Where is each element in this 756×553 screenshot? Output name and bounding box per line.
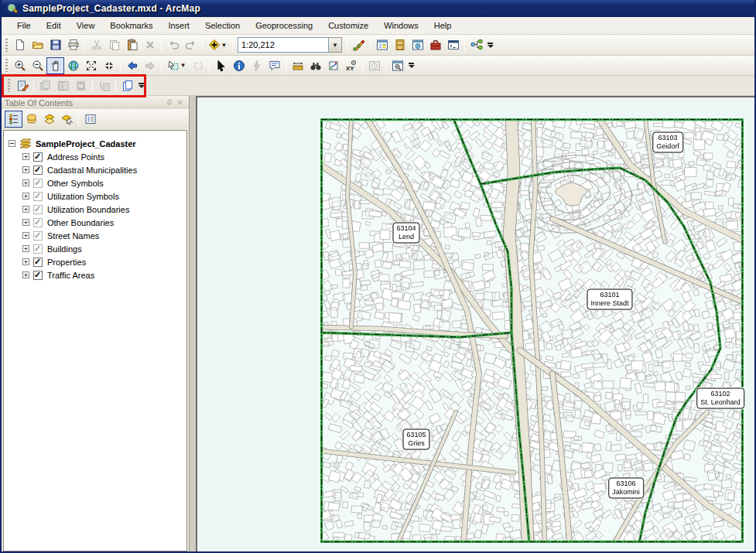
toolbar-grip[interactable] [8,79,10,92]
full-extent-button[interactable] [64,57,82,74]
field-page-text-button[interactable] [95,77,113,94]
toc-layer-item[interactable]: Cadastral Municipalities [4,163,186,176]
expand-expander[interactable] [22,153,29,160]
menu-view[interactable]: View [69,19,103,32]
table-of-contents-window-button[interactable] [373,36,391,53]
toc-header[interactable]: Table Of Contents ✕ [2,96,189,109]
find-button[interactable] [306,57,324,74]
toc-layer-item[interactable]: Other Symbols [4,176,186,189]
fixed-zoom-out-button[interactable] [100,57,118,74]
hyperlink-button[interactable] [248,57,265,74]
catalog-window-button[interactable] [391,36,409,53]
toc-root-item[interactable]: SampleProject_Cadaster [4,137,186,150]
go-forward-extent-button[interactable] [141,57,159,74]
layer-visibility-checkbox[interactable] [33,152,43,162]
menu-file[interactable]: File [9,19,39,32]
redo-button[interactable] [182,36,200,53]
toc-layer-item[interactable]: Utilization Boundaries [4,203,186,216]
toc-layer-item[interactable]: Other Boundaries [4,216,186,229]
toolbar-grip[interactable] [5,39,8,52]
menu-customize[interactable]: Customize [320,19,376,32]
list-by-visibility-button[interactable] [40,111,58,128]
model-builder-button[interactable] [467,36,485,53]
map-scale-dropdown-button[interactable]: ▼ [329,37,342,53]
toolbar-options-button[interactable] [137,78,145,94]
open-button[interactable] [29,36,46,53]
select-elements-button[interactable] [212,57,230,74]
save-button[interactable] [46,36,64,53]
delete-button[interactable] [141,36,159,53]
go-to-xy-button[interactable]: XY [342,57,360,74]
layer-visibility-checkbox[interactable] [33,179,43,188]
refresh-pages-button[interactable] [72,77,90,94]
zoom-out-button[interactable] [29,57,46,74]
time-slider-button[interactable] [365,57,383,74]
toolbar-options-button[interactable] [486,37,494,53]
menu-insert[interactable]: Insert [160,19,197,32]
toolbar-grip[interactable] [5,59,8,72]
pan-button[interactable] [46,57,64,74]
collapse-expander[interactable] [9,140,15,147]
paste-button[interactable] [123,36,141,53]
toc-layer-item[interactable]: Street Names [4,229,186,242]
arctoolbox-window-button[interactable] [426,36,444,53]
print-button[interactable] [64,36,82,53]
map-view[interactable]: 63103Geidorf63104Lend63101Innere Stadt63… [196,96,756,553]
measure-button[interactable] [289,57,306,74]
toc-layer-item[interactable]: Utilization Symbols [4,189,186,203]
list-by-selection-button[interactable] [58,111,76,128]
toc-layer-item[interactable]: Address Points [4,150,186,163]
layer-visibility-checkbox[interactable] [33,218,43,227]
undo-button[interactable] [164,36,182,53]
layer-visibility-checkbox[interactable] [33,166,43,175]
editor-toolbar-button[interactable] [350,36,368,53]
html-popup-button[interactable] [265,57,283,74]
pin-icon[interactable] [164,97,175,108]
expand-expander[interactable] [22,206,29,213]
page-definition-button[interactable] [36,77,54,94]
toc-layer-item[interactable]: Traffic Areas [4,268,186,282]
toc-options-button[interactable] [81,111,99,128]
zoom-in-button[interactable] [11,57,29,74]
menu-edit[interactable]: Edit [39,19,69,32]
layer-visibility-checkbox[interactable] [33,192,43,201]
python-window-button[interactable] [444,36,462,53]
find-route-button[interactable] [324,57,342,74]
menu-help[interactable]: Help [426,19,460,32]
go-back-extent-button[interactable] [123,57,141,74]
add-data-button[interactable]: ▼ [205,36,230,53]
list-by-drawing-order-button[interactable] [5,111,22,128]
expand-expander[interactable] [22,179,29,186]
select-features-button[interactable]: ▼ [164,57,189,74]
menu-selection[interactable]: Selection [197,19,248,32]
layer-visibility-checkbox[interactable] [33,244,43,254]
menu-bookmarks[interactable]: Bookmarks [102,19,160,32]
map-scale-input[interactable] [238,37,329,53]
data-driven-page-setup-button[interactable] [13,77,31,94]
expand-expander[interactable] [22,271,29,278]
identify-button[interactable] [230,57,248,74]
toc-layer-item[interactable]: Properties [4,255,186,268]
expand-expander[interactable] [22,166,29,173]
expand-expander[interactable] [22,232,29,239]
title-bar[interactable]: SampleProject_Cadaster.mxd - ArcMap [2,0,754,17]
copy-button[interactable] [105,36,123,53]
toc-layer-item[interactable]: Buildings [4,242,186,255]
create-viewer-window-button[interactable] [388,57,406,74]
clear-selected-features-button[interactable] [189,57,207,74]
expand-expander[interactable] [22,258,29,265]
expand-expander[interactable] [22,219,29,226]
map-data-frame[interactable]: 63103Geidorf63104Lend63101Innere Stadt63… [320,118,744,543]
layer-visibility-checkbox[interactable] [33,231,43,241]
close-icon[interactable]: ✕ [175,97,186,108]
layer-visibility-checkbox[interactable] [33,205,43,214]
new-map-file-button[interactable] [11,36,29,53]
layer-visibility-checkbox[interactable] [33,271,43,280]
search-window-button[interactable] [409,36,426,53]
page-list-button[interactable] [54,77,72,94]
cut-button[interactable] [87,36,105,53]
expand-expander[interactable] [22,245,29,252]
menu-geoprocessing[interactable]: Geoprocessing [248,19,320,32]
layer-visibility-checkbox[interactable] [33,258,43,267]
cadastral-map-canvas[interactable] [320,118,744,543]
